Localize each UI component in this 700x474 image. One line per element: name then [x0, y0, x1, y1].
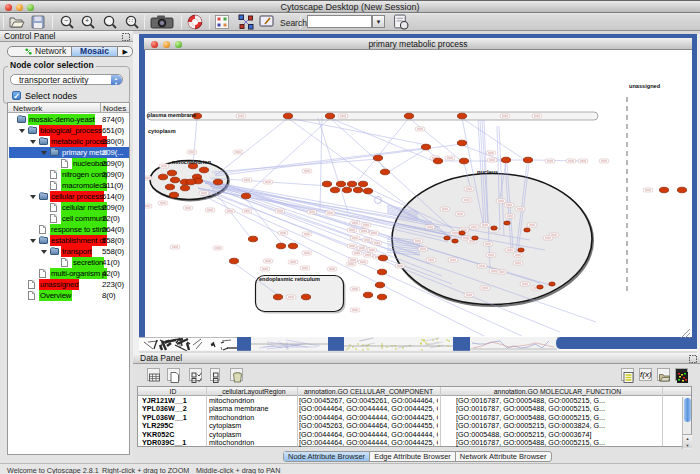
svg-text:−: − [64, 17, 68, 24]
svg-text:mitochondrion: mitochondrion [172, 159, 212, 165]
svg-text:nucleus: nucleus [477, 169, 498, 175]
svg-text:unassigned: unassigned [629, 83, 661, 89]
svg-text:endoplasmic reticulum: endoplasmic reticulum [259, 276, 320, 282]
svg-text:+: + [85, 17, 89, 24]
svg-text:∷: ∷ [129, 17, 133, 24]
svg-text:cytoplasm: cytoplasm [148, 128, 176, 134]
svg-text:plasma membrane: plasma membrane [147, 112, 196, 118]
